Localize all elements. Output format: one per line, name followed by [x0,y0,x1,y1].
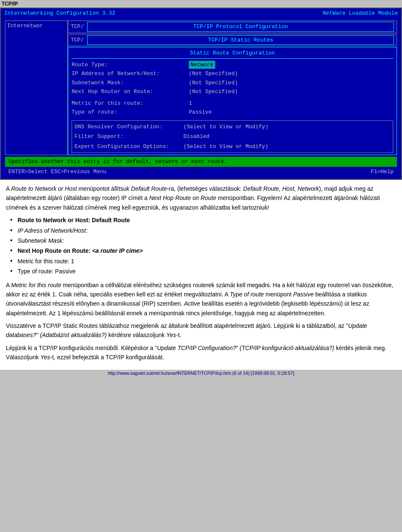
config-label-2: Subnetwork Mask: [72,79,189,87]
bullet-bold-3: Next Hop Route on Route: <a router IP ci… [18,247,143,254]
dns-value-2: (Select to View or Modify) [183,143,268,151]
dns-value-0: (Select to View or Modify) [183,123,268,131]
header-right: NetWare Loadable Module [323,10,398,16]
paragraph-1: A Route to Network or Host menüpontot ál… [6,184,396,212]
dns-row-2: Expert Configuration Options: (Select to… [75,142,390,152]
outer-panel-label: Internetwor [7,23,43,29]
inner-panel-2-title: TCP/IP Static Routes [208,37,273,43]
dns-row-0: DNS Resolver Configuration: (Select to V… [75,122,390,132]
bullet-bold-0: Route to Network or Host: Default Route [18,217,130,223]
dns-row-1: Filter Support: Disabled [75,132,390,142]
config-row-5: Type of route: Passive [72,108,393,117]
bullet-list: Route to Network or Host: Default Route … [10,215,396,276]
paragraph-3: Visszatérve a TCP/IP Static Routes táblá… [6,321,396,340]
config-value-3: (Not Specified) [189,88,238,96]
footer-url: http://www.sagvari.sulinet.hu/snw/INTERN… [108,371,294,376]
list-item-3: Next Hop Route on Route: <a router IP ci… [10,246,396,255]
window-title: TCP/IP [2,1,18,7]
outer-panel: Internetwor [5,21,68,155]
title-bar: TCP/IP [0,0,402,8]
bullet-italic-1: IP Adress of Network/Host: [18,227,88,234]
static-route-title: Static Route Configuration [72,49,393,59]
config-label-4: Metric for this route: [72,99,189,108]
blue-screen: Internetwor TCP/ TCP/IP Protocol Configu… [1,18,401,179]
dns-panel: DNS Resolver Configuration: (Select to V… [72,120,393,153]
screen-header: Internetworking Configuration 3.32 NetWa… [1,8,401,18]
screen-container: Internetworking Configuration 3.32 NetWa… [0,8,402,180]
bullet-italic-2: Subnetwok Mask: [18,237,64,244]
status-bar: Specifies whether this entry is for defa… [5,157,397,167]
config-row-4: Metric for this route: 1 [72,99,393,108]
content-area: A Route to Network or Host menüpontot ál… [0,180,402,370]
static-route-panel: Static Route Configuration Route Type: N… [68,47,397,155]
config-row-3: Next Hop Router on Route: (Not Specified… [72,87,393,96]
inner-panel-2: TCP/ TCP/IP Static Routes [68,34,397,47]
list-item-2: Subnetwok Mask: [10,236,396,245]
header-left: Internetworking Configuration 3.32 [4,10,115,16]
config-label-3: Next Hop Router on Route: [72,88,189,96]
config-value-0: Network [189,61,215,69]
list-item-5: Type of route: Passive [10,267,396,276]
config-row-1: IP Address of Network/Host: (Not Specifi… [72,69,393,78]
config-label-0: Route Type: [72,61,189,69]
inner-panel-1-title: TCP/IP Protocol Configuration [193,23,288,30]
config-value-5: Passive [189,108,212,117]
config-value-1: (Not Specified) [189,70,238,78]
config-label-5: Type of route: [72,108,189,117]
dns-label-1: Filter Support: [75,132,183,141]
dns-label-2: Expert Configuration Options: [75,143,183,151]
paragraph-2: A Metric for this route menüpontban a cé… [6,280,396,318]
inner-panel-1-label: TCP/ [71,23,84,31]
list-item-4: Metric for this route: 1 [10,257,396,266]
config-value-2: (Not Specified) [189,79,238,87]
inner-panel-1: TCP/ TCP/IP Protocol Configuration [68,21,397,33]
bottom-bar-left: ENTER=Select ESC=Previous Menu [8,168,106,176]
bottom-bar-right: F1=Help [371,168,394,176]
list-item-0: Route to Network or Host: Default Route [10,215,396,225]
paragraph-4: Lépjünk ki a TCP/IP konfigurációs menübő… [6,343,396,362]
dns-value-1: Disabled [183,132,209,141]
config-value-4: 1 [189,99,192,108]
footer-bar: http://www.sagvari.sulinet.hu/snw/INTERN… [0,370,402,376]
config-label-1: IP Address of Network/Host: [72,70,189,78]
list-item-1: IP Adress of Network/Host: [10,226,396,235]
inner-panel-2-label: TCP/ [71,36,84,44]
bottom-bar: ENTER=Select ESC=Previous Menu F1=Help [5,167,397,177]
config-row-2: Subnetwork Mask: (Not Specified) [72,78,393,88]
config-row-0: Route Type: Network [72,60,393,70]
dns-label-0: DNS Resolver Configuration: [75,123,183,131]
